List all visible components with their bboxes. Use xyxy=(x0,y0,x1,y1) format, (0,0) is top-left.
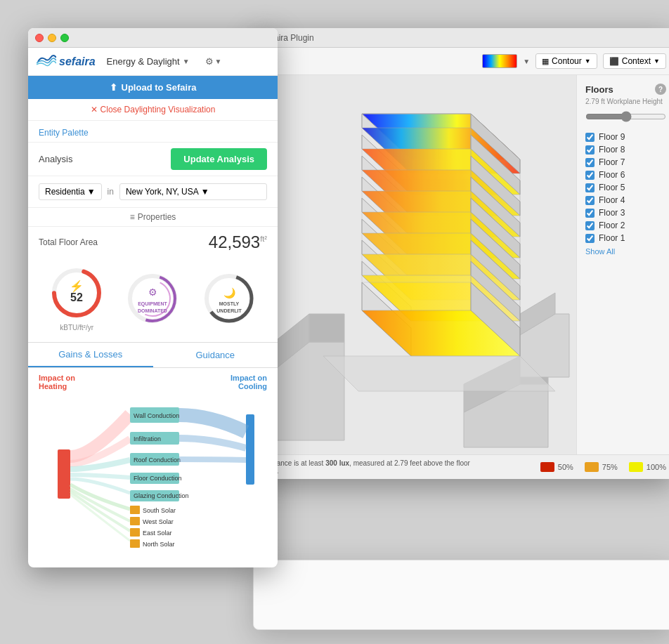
svg-rect-31 xyxy=(130,528,140,537)
context-label: Context xyxy=(622,56,651,66)
floor-5-checkbox[interactable] xyxy=(585,183,595,192)
floor-3-label: Floor 3 xyxy=(599,208,625,218)
svg-text:DOMINATED: DOMINATED xyxy=(138,308,168,313)
floor-1-label: Floor 1 xyxy=(599,233,625,243)
settings-dropdown-arrow: ▼ xyxy=(215,58,222,65)
color-scale-swatch[interactable] xyxy=(482,54,517,68)
floor-area-value: 42,593ft² xyxy=(209,232,267,252)
tabs-row: Gains & Losses Guidance xyxy=(28,342,278,368)
floor-item-6: Floor 6 xyxy=(585,169,666,181)
properties-row: ≡ Properties xyxy=(28,208,278,227)
floor-item-1: Floor 1 xyxy=(585,232,666,244)
legend-label-100: 100% xyxy=(647,463,666,471)
tab-gains-losses[interactable]: Gains & Losses xyxy=(28,343,153,367)
in-label: in xyxy=(108,187,114,197)
close-x-icon: ✕ xyxy=(91,105,98,114)
floor-8-checkbox[interactable] xyxy=(585,145,595,155)
svg-marker-73 xyxy=(362,114,471,282)
floors-list: Floor 9 Floor 8 Floor 7 Floor 6 xyxy=(585,131,666,244)
mode-label: Energy & Daylight xyxy=(107,56,180,67)
equipment-gauge: ⚙ EQUIPMENT DOMINATED xyxy=(124,270,181,327)
building-type-label: Residentia xyxy=(45,187,85,197)
floor-9-checkbox[interactable] xyxy=(585,133,595,142)
svg-marker-38 xyxy=(309,314,344,342)
svg-rect-29 xyxy=(130,517,140,525)
floor-item-8: Floor 8 xyxy=(585,143,666,156)
building-type-arrow: ▼ xyxy=(87,187,96,197)
close-button[interactable] xyxy=(35,34,44,42)
maximize-button[interactable] xyxy=(60,34,69,42)
show-all-link[interactable]: Show All xyxy=(585,247,666,256)
bottom-bar: ...ninance is at least 300 lux, measured… xyxy=(253,454,669,479)
floor-2-checkbox[interactable] xyxy=(585,221,595,230)
context-icon: ⬛ xyxy=(609,57,619,66)
floor-6-checkbox[interactable] xyxy=(585,171,595,180)
legend-swatch-100 xyxy=(629,462,643,472)
tab-guidance[interactable]: Guidance xyxy=(153,343,278,367)
legend-label-75: 75% xyxy=(602,463,618,471)
floor-6-label: Floor 6 xyxy=(599,170,625,180)
floor-item-4: Floor 4 xyxy=(585,194,666,206)
kbtu-label: kBTU/ft²/yr xyxy=(60,324,93,331)
context-dropdown[interactable]: ⬛ Context ▼ xyxy=(603,53,666,69)
gear-icon: ⚙ xyxy=(205,56,214,67)
floor-7-checkbox[interactable] xyxy=(585,158,595,167)
viz-main: Floors ? 2.79 ft Workplane Height Floor … xyxy=(253,75,669,454)
kbtu-gauge-svg: ⚡ 52 xyxy=(48,265,105,321)
floor-3-checkbox[interactable] xyxy=(585,209,595,218)
properties-button[interactable]: ≡ Properties xyxy=(130,212,176,222)
floor-8-label: Floor 8 xyxy=(599,145,625,155)
legend-item-75: 75% xyxy=(585,462,618,472)
mode-dropdown[interactable]: Energy & Daylight ▼ xyxy=(101,53,195,70)
floor-item-3: Floor 3 xyxy=(585,206,666,219)
contour-arrow: ▼ xyxy=(585,58,591,65)
close-daylighting-button[interactable]: ✕ Close Daylighting Visualization xyxy=(28,99,278,121)
floor-1-checkbox[interactable] xyxy=(585,234,595,243)
contour-dropdown[interactable]: ▦ Contour ▼ xyxy=(535,53,597,69)
logo-text: sefaira xyxy=(59,55,96,68)
floor-item-9: Floor 9 xyxy=(585,131,666,143)
svg-rect-27 xyxy=(130,506,140,514)
building-type-dropdown[interactable]: Residentia ▼ xyxy=(39,183,102,200)
traffic-lights xyxy=(35,34,69,42)
impact-cooling-label: Impact onCooling xyxy=(230,374,267,390)
floor-5-label: Floor 5 xyxy=(599,183,625,192)
building-3d-svg xyxy=(253,75,576,454)
building-type-row: Residentia ▼ in New York, NY, USA ▼ xyxy=(28,176,278,208)
legend-item-100: 100% xyxy=(629,462,666,472)
floor-area-unit: ft² xyxy=(260,235,267,243)
legend-swatch-50 xyxy=(540,462,554,472)
analysis-label: Analysis xyxy=(39,154,72,164)
update-analysis-button[interactable]: Update Analysis xyxy=(171,148,267,170)
location-label: New York, NY, USA xyxy=(126,187,199,197)
floor-4-label: Floor 4 xyxy=(599,195,625,205)
titlebar xyxy=(28,28,278,48)
floor-area-row: Total Floor Area 42,593ft² xyxy=(28,227,278,258)
svg-text:UNDERLIT: UNDERLIT xyxy=(216,308,242,313)
context-arrow: ▼ xyxy=(654,58,660,65)
svg-text:MOSTLY: MOSTLY xyxy=(219,301,240,306)
daylight-gauge: 🌙 MOSTLY UNDERLIT xyxy=(201,270,257,327)
svg-text:🌙: 🌙 xyxy=(223,287,235,299)
svg-text:EQUIPMENT: EQUIPMENT xyxy=(138,301,168,307)
entity-palette-label: Entity Palette xyxy=(28,121,278,142)
right-panel: Sefaira Plugin ▼ ▦ Contour ▼ ⬛ Context ▼ xyxy=(253,28,669,479)
floors-title: Floors ? xyxy=(585,84,666,95)
legend-text: ...ninance is at least 300 lux, measured… xyxy=(261,459,472,475)
upload-button[interactable]: ⬆ Upload to Sefaira xyxy=(28,76,278,99)
floors-info-icon[interactable]: ? xyxy=(655,84,666,95)
location-arrow: ▼ xyxy=(201,187,209,197)
svg-text:East Solar: East Solar xyxy=(143,530,172,537)
contour-label: Contour xyxy=(552,56,582,66)
svg-text:Roof Conduction: Roof Conduction xyxy=(134,456,181,464)
minimize-button[interactable] xyxy=(48,34,56,42)
impact-labels: Impact onHeating Impact onCooling xyxy=(28,368,278,393)
svg-text:Wall Conduction: Wall Conduction xyxy=(134,412,179,419)
floor-item-2: Floor 2 xyxy=(585,219,666,232)
location-dropdown[interactable]: New York, NY, USA ▼ xyxy=(119,183,267,200)
floor-4-checkbox[interactable] xyxy=(585,196,595,205)
svg-text:Glazing Conduction: Glazing Conduction xyxy=(134,492,189,499)
workplane-height-slider[interactable] xyxy=(585,111,666,122)
contour-icon: ▦ xyxy=(542,57,549,66)
settings-button[interactable]: ⚙ ▼ xyxy=(201,53,226,70)
